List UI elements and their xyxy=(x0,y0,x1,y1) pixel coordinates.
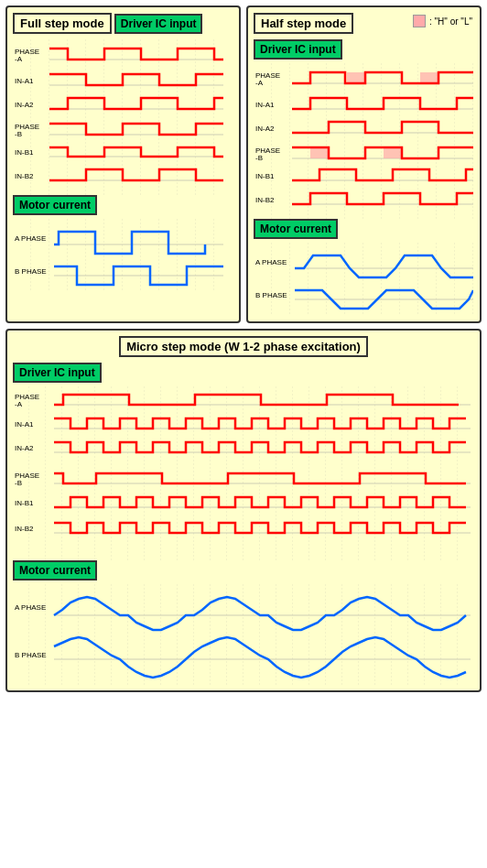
svg-text:B PHASE: B PHASE xyxy=(255,291,287,299)
svg-rect-22 xyxy=(254,63,473,219)
svg-text:-A: -A xyxy=(255,79,264,87)
micro-step-driver-waveform: PHASE -A IN-A1 IN-A2 PHASE -B IN-B1 IN-B… xyxy=(13,386,474,560)
svg-rect-36 xyxy=(384,147,402,158)
half-step-driver-label: Driver IC input xyxy=(254,39,342,60)
full-step-motor-svg: A PHASE B PHASE xyxy=(13,219,223,292)
half-step-panel: Half step mode : "H" or "L" Driver IC in… xyxy=(246,5,482,323)
svg-rect-26 xyxy=(347,72,365,83)
micro-step-title: Micro step mode (W 1-2 phase excitation) xyxy=(119,336,368,357)
half-step-motor-waveform: A PHASE B PHASE xyxy=(254,243,474,316)
full-step-driver-label: Driver IC input xyxy=(114,14,203,34)
svg-rect-35 xyxy=(310,147,329,158)
micro-step-motor-waveform: A PHASE B PHASE xyxy=(13,584,474,685)
svg-text:IN-B1: IN-B1 xyxy=(255,172,275,180)
half-step-driver-svg: PHASE -A IN-A1 IN-A2 PHASE -B xyxy=(254,63,473,219)
micro-step-motor-label: Motor current xyxy=(13,560,97,580)
svg-text:-B: -B xyxy=(255,154,263,162)
svg-text:-B: -B xyxy=(15,479,22,487)
half-step-title: Half step mode xyxy=(254,13,353,34)
svg-text:IN-A2: IN-A2 xyxy=(15,101,34,109)
svg-text:-B: -B xyxy=(15,130,22,138)
svg-text:IN-B2: IN-B2 xyxy=(255,196,275,204)
half-step-driver-waveform: PHASE -A IN-A1 IN-A2 PHASE -B xyxy=(254,63,474,219)
svg-text:IN-B1: IN-B1 xyxy=(15,148,34,157)
legend-text: : "H" or "L" xyxy=(429,16,472,27)
svg-text:IN-A2: IN-A2 xyxy=(15,444,34,452)
svg-text:IN-A2: IN-A2 xyxy=(255,125,275,133)
svg-text:A PHASE: A PHASE xyxy=(15,603,46,612)
micro-step-driver-label: Driver IC input xyxy=(13,363,102,383)
full-step-motor-label: Motor current xyxy=(13,195,97,215)
full-step-panel: Full step mode Driver IC input PHASE -A xyxy=(5,5,241,323)
svg-text:A PHASE: A PHASE xyxy=(255,258,287,266)
full-step-driver-waveform: PHASE -A IN-A1 IN-A2 PHASE -B I xyxy=(13,39,233,195)
svg-text:IN-A1: IN-A1 xyxy=(15,77,34,85)
full-step-driver-svg: PHASE -A IN-A1 IN-A2 PHASE -B I xyxy=(13,39,223,195)
svg-text:IN-A1: IN-A1 xyxy=(255,101,275,109)
svg-rect-1 xyxy=(13,39,223,195)
full-step-motor-waveform: A PHASE B PHASE xyxy=(13,219,233,292)
full-step-title: Full step mode xyxy=(13,13,112,34)
svg-text:IN-A1: IN-A1 xyxy=(15,420,34,429)
half-step-motor-label: Motor current xyxy=(254,219,338,239)
svg-text:-A: -A xyxy=(15,400,23,408)
svg-text:IN-B2: IN-B2 xyxy=(15,525,34,533)
micro-step-panel: Micro step mode (W 1-2 phase excitation)… xyxy=(5,329,482,692)
svg-text:B PHASE: B PHASE xyxy=(15,651,47,659)
micro-step-driver-svg: PHASE -A IN-A1 IN-A2 PHASE -B IN-B1 IN-B… xyxy=(13,386,471,560)
svg-text:B PHASE: B PHASE xyxy=(15,267,47,276)
svg-rect-41 xyxy=(254,243,473,316)
svg-rect-27 xyxy=(420,72,438,83)
svg-text:IN-B2: IN-B2 xyxy=(15,172,34,180)
half-step-legend: : "H" or "L" xyxy=(413,15,472,27)
svg-rect-16 xyxy=(13,219,223,292)
svg-text:IN-B1: IN-B1 xyxy=(15,499,34,507)
svg-text:-A: -A xyxy=(15,55,23,63)
micro-step-motor-svg: A PHASE B PHASE xyxy=(13,584,471,685)
legend-box xyxy=(413,15,426,27)
svg-text:A PHASE: A PHASE xyxy=(15,234,46,243)
half-step-motor-svg: A PHASE B PHASE xyxy=(254,243,473,316)
